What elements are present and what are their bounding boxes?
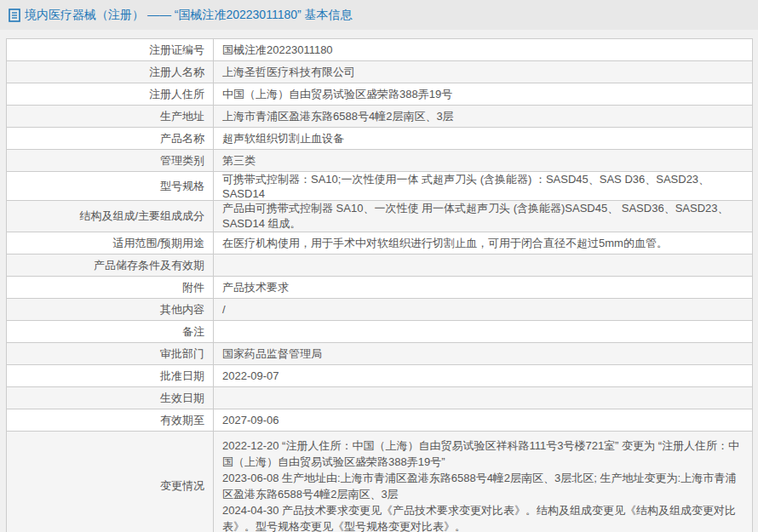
row-label: 型号规格	[7, 172, 214, 201]
row-label: 附件	[7, 277, 214, 299]
page-title: 境内医疗器械（注册） —— “国械注准20223011180” 基本信息	[25, 8, 353, 23]
row-label: 结构及组成/主要组成成分	[7, 201, 214, 232]
row-label: 批准日期	[7, 365, 214, 387]
table-row: 批准日期 2022-09-07	[7, 365, 753, 387]
row-value: 2022-09-07	[214, 365, 753, 387]
page-header: 境内医疗器械（注册） —— “国械注准20223011180” 基本信息	[0, 0, 758, 30]
table-row: 型号规格 可携带式控制器：SA10;一次性使用一体 式超声刀头 (含换能器) ：…	[7, 172, 753, 201]
row-value: 超声软组织切割止血设备	[214, 128, 753, 150]
row-label: 生效日期	[7, 387, 214, 409]
row-value: 国械注准20223011180	[214, 39, 753, 61]
row-label: 产品名称	[7, 128, 214, 150]
table-row: 管理类别 第三类	[7, 150, 753, 172]
row-label: 生产地址	[7, 106, 214, 128]
row-label: 产品储存条件及有效期	[7, 255, 214, 277]
table-row: 审批部门 国家药品监督管理局	[7, 343, 753, 365]
table-row: 附件 产品技术要求	[7, 277, 753, 299]
row-value: 2022-12-20 “注册人住所：中国（上海）自由贸易试验区祥科路111号3号…	[214, 432, 753, 532]
row-label: 其他内容	[7, 299, 214, 321]
table-row: 有效期至 2027-09-06	[7, 409, 753, 432]
row-value: 国家药品监督管理局	[214, 343, 753, 365]
row-label: 注册人住所	[7, 83, 214, 106]
table-row: 生效日期	[7, 387, 753, 409]
document-icon	[9, 9, 20, 22]
row-value: 可携带式控制器：SA10;一次性使用一体 式超声刀头 (含换能器) ：SASD4…	[214, 172, 753, 201]
row-value: 上海圣哲医疗科技有限公司	[214, 61, 753, 83]
row-value: 在医疗机构使用，用于手术中对软组织进行切割止血，可用于闭合直径不超过5mm的血管…	[214, 232, 753, 255]
row-label: 备注	[7, 321, 214, 343]
table-row: 注册人名称 上海圣哲医疗科技有限公司	[7, 61, 753, 83]
table-row: 产品储存条件及有效期	[7, 255, 753, 277]
table-row: 生产地址 上海市青浦区盈港东路6588号4幢2层南区、3层	[7, 106, 753, 128]
row-value: /	[214, 299, 753, 321]
table-row: 适用范围/预期用途 在医疗机构使用，用于手术中对软组织进行切割止血，可用于闭合直…	[7, 232, 753, 255]
row-value	[214, 255, 753, 277]
table-row: 结构及组成/主要组成成分 产品由可携带式控制器 SA10、一次性使 用一体式超声…	[7, 201, 753, 232]
row-value: 上海市青浦区盈港东路6588号4幢2层南区、3层	[214, 106, 753, 128]
table-row-change-history: 变更情况 2022-12-20 “注册人住所：中国（上海）自由贸易试验区祥科路1…	[7, 432, 753, 532]
change-record: 2022-12-20 “注册人住所：中国（上海）自由贸易试验区祥科路111号3号…	[222, 438, 744, 470]
row-label: 适用范围/预期用途	[7, 232, 214, 255]
change-record: 2023-06-08 生产地址由:上海市青浦区盈港东路6588号4幢2层南区、3…	[222, 470, 744, 502]
row-label: 变更情况	[7, 432, 214, 532]
row-label: 有效期至	[7, 409, 214, 432]
row-label: 审批部门	[7, 343, 214, 365]
row-value: 2027-09-06	[214, 409, 753, 432]
row-value	[214, 387, 753, 409]
row-value: 第三类	[214, 150, 753, 172]
row-label: 注册人名称	[7, 61, 214, 83]
row-label: 注册证编号	[7, 39, 214, 61]
row-value: 产品由可携带式控制器 SA10、一次性使 用一体式超声刀头 (含换能器)SASD…	[214, 201, 753, 232]
row-value	[214, 321, 753, 343]
table-row: 其他内容 /	[7, 299, 753, 321]
row-value: 中国（上海）自由贸易试验区盛荣路388弄19号	[214, 83, 753, 106]
table-row: 备注	[7, 321, 753, 343]
info-table: 注册证编号 国械注准20223011180 注册人名称 上海圣哲医疗科技有限公司…	[6, 38, 753, 532]
table-row: 注册证编号 国械注准20223011180	[7, 39, 753, 61]
table-row: 注册人住所 中国（上海）自由贸易试验区盛荣路388弄19号	[7, 83, 753, 106]
table-row: 产品名称 超声软组织切割止血设备	[7, 128, 753, 150]
row-value: 产品技术要求	[214, 277, 753, 299]
row-label: 管理类别	[7, 150, 214, 172]
change-record: 2024-04-30 产品技术要求变更见《产品技术要求变更对比表》。结构及组成变…	[222, 502, 744, 532]
